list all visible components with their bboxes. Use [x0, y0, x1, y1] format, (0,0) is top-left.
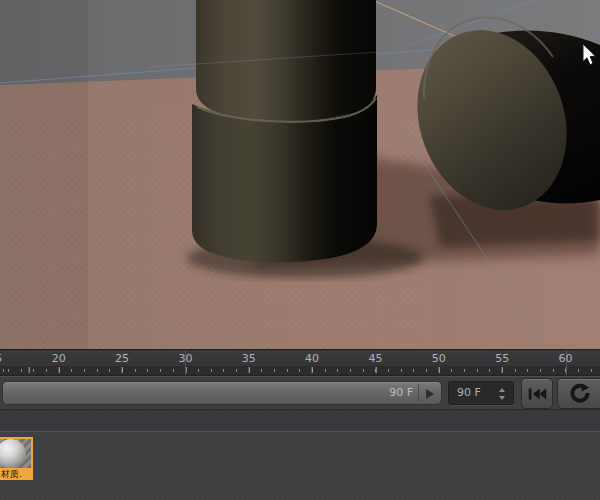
frame-label-30: 30 — [178, 352, 192, 365]
frame-label-40: 40 — [305, 352, 319, 365]
material-sphere-thumbnail — [0, 439, 31, 468]
range-end-value: 90 F — [389, 386, 413, 399]
frame-label-35: 35 — [242, 352, 256, 365]
slider-play-arrow-icon[interactable] — [426, 389, 434, 399]
skip-to-start-icon — [526, 386, 548, 402]
material-name-label: 材质. — [0, 468, 33, 480]
slider-arrow-separator — [418, 384, 419, 402]
frame-label-15: 15 — [0, 352, 2, 365]
material-manager[interactable]: 材质. — [0, 432, 600, 500]
spinner-arrows-icon[interactable] — [499, 387, 506, 401]
frame-label-50: 50 — [432, 352, 446, 365]
preview-range-slider[interactable]: 90 F — [2, 381, 442, 405]
spinner-down-icon[interactable] — [499, 396, 505, 400]
frame-label-60: 60 — [559, 352, 573, 365]
viewport-left-shade — [0, 0, 88, 349]
application-window: 15202530354045505560 90 F 90 F — [0, 0, 600, 500]
viewport-3d[interactable] — [0, 0, 600, 349]
upper-cylinder — [196, 0, 376, 121]
timeline-ruler[interactable]: 15202530354045505560 — [0, 349, 600, 376]
material-preview-sphere — [0, 439, 26, 468]
circular-arrow-icon — [568, 383, 592, 405]
panel-divider-band — [0, 410, 600, 432]
go-to-start-button[interactable] — [521, 378, 553, 409]
end-frame-value: 90 F — [457, 386, 481, 399]
frame-label-55: 55 — [495, 352, 509, 365]
timeline-controls: 90 F 90 F — [0, 376, 600, 410]
ruler-tick-strip — [0, 366, 600, 375]
play-cycle-button[interactable] — [557, 378, 600, 409]
end-frame-field[interactable]: 90 F — [448, 381, 514, 405]
frame-label-25: 25 — [115, 352, 129, 365]
spinner-up-icon[interactable] — [499, 388, 505, 392]
frame-label-20: 20 — [52, 352, 66, 365]
material-swatch[interactable]: 材质. — [0, 437, 33, 480]
frame-label-45: 45 — [368, 352, 382, 365]
